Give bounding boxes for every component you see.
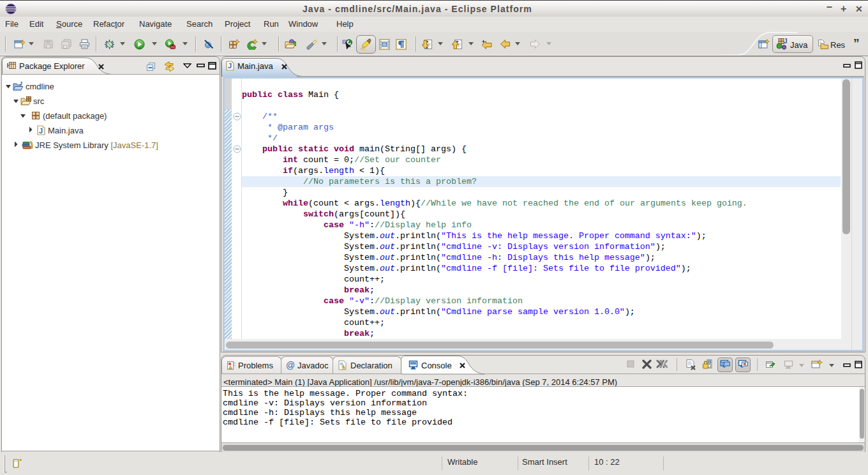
svg-text:J: J bbox=[784, 38, 788, 45]
svg-text:J: J bbox=[39, 127, 43, 135]
svg-text:J: J bbox=[20, 81, 22, 86]
svg-text:J: J bbox=[228, 62, 232, 70]
